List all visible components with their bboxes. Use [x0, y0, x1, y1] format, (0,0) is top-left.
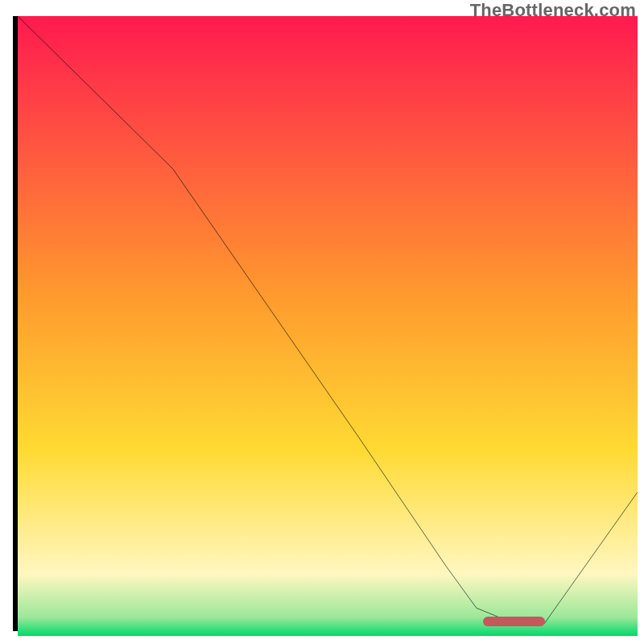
optimal-zone-marker: [483, 617, 545, 626]
bottleneck-curve: [18, 16, 638, 626]
plot-area: [13, 16, 638, 631]
chart-stage: TheBottleneck.com: [0, 0, 644, 644]
